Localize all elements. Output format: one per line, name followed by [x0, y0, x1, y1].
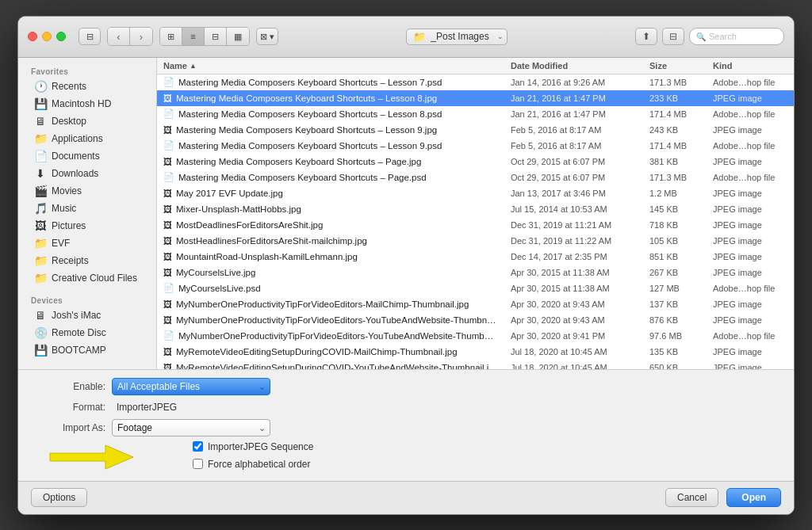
jpeg-sequence-label[interactable]: ImporterJPEG Sequence	[208, 441, 313, 452]
import-as-select[interactable]: Footage	[112, 419, 270, 437]
sidebar-label-receipts: Receipts	[52, 255, 89, 266]
file-name-cell: 📄 Mastering Media Composers Keyboard Sho…	[157, 172, 504, 182]
path-selector[interactable]: 📁 _Post Images ⌄	[406, 29, 507, 45]
new-folder-button[interactable]: ⊟	[662, 28, 684, 45]
file-date-cell: Feb 5, 2016 at 8:17 AM	[504, 125, 643, 135]
sidebar-label-evf: EVF	[52, 238, 70, 249]
file-type-icon: 🖼	[163, 157, 172, 166]
table-row[interactable]: 🖼 MostHeadlinesForEditorsAreShit-mailchi…	[157, 233, 794, 249]
table-row[interactable]: 📄 Mastering Media Composers Keyboard Sho…	[157, 106, 794, 122]
table-row[interactable]: 🖼 MyNumberOneProductivityTipForVideoEdit…	[157, 296, 794, 312]
sidebar-item-movies[interactable]: 🎬 Movies	[21, 182, 153, 200]
file-kind-cell: Adobe…hop file	[707, 284, 794, 293]
maximize-button[interactable]	[56, 32, 66, 41]
file-date-cell: Jan 13, 2017 at 3:46 PM	[504, 189, 643, 198]
file-date-cell: Jul 18, 2020 at 10:45 AM	[504, 363, 643, 369]
table-row[interactable]: 🖼 Mixer-Unsplash-MattHobbs.jpg Jul 15, 2…	[157, 201, 794, 217]
table-row[interactable]: 📄 Mastering Media Composers Keyboard Sho…	[157, 170, 794, 185]
file-header: Name ▲ Date Modified Size Kind	[157, 58, 794, 74]
sort-button[interactable]: ⊠ ▾	[256, 28, 278, 45]
file-date-cell: Apr 30, 2020 at 9:43 AM	[504, 299, 643, 309]
view-cover-button[interactable]: ▦	[227, 28, 249, 45]
forward-button[interactable]: ›	[130, 28, 152, 45]
table-row[interactable]: 📄 MyCourselsLive.psd Apr 30, 2015 at 11:…	[157, 280, 794, 296]
evf-icon: 📁	[34, 237, 47, 250]
sidebar-item-remote-disc[interactable]: 💿 Remote Disc	[21, 324, 153, 341]
music-icon: 🎵	[34, 202, 47, 215]
sidebar-item-downloads[interactable]: ⬇ Downloads	[21, 165, 153, 182]
table-row[interactable]: 🖼 MountaintRoad-Unsplash-KamilLehmann.jp…	[157, 249, 794, 265]
file-size-cell: 718 KB	[643, 220, 707, 230]
file-name-cell: 🖼 MyCourselsLive.jpg	[157, 268, 504, 277]
import-as-select-wrapper[interactable]: Footage	[112, 419, 270, 437]
table-row[interactable]: 🖼 Mastering Media Composers Keyboard Sho…	[157, 154, 794, 170]
sidebar-item-applications[interactable]: 📁 Applications	[21, 130, 153, 147]
file-name-cell: 📄 Mastering Media Composers Keyboard Sho…	[157, 77, 504, 87]
table-row[interactable]: 🖼 May 2017 EVF Update.jpg Jan 13, 2017 a…	[157, 185, 794, 201]
file-name-cell: 🖼 MostHeadlinesForEditorsAreShit-mailchi…	[157, 236, 504, 246]
table-row[interactable]: 🖼 MyCourselsLive.jpg Apr 30, 2015 at 11:…	[157, 265, 794, 280]
sidebar-item-recents[interactable]: 🕐 Recents	[21, 78, 153, 95]
options-button[interactable]: Options	[31, 488, 87, 507]
file-type-icon: 🖼	[163, 252, 172, 261]
table-row[interactable]: 📄 Mastering Media Composers Keyboard Sho…	[157, 74, 794, 90]
table-row[interactable]: 🖼 Mastering Media Composers Keyboard Sho…	[157, 122, 794, 138]
table-row[interactable]: 🖼 MyNumberOneProductivityTipForVideoEdit…	[157, 312, 794, 328]
file-date-cell: Apr 30, 2015 at 11:38 AM	[504, 284, 643, 293]
sidebar-label-applications: Applications	[52, 133, 103, 144]
search-box[interactable]: 🔍 Search	[689, 28, 784, 45]
table-row[interactable]: 📄 Mastering Media Composers Keyboard Sho…	[157, 138, 794, 154]
table-row[interactable]: 🖼 MyRemoteVideoEditingSetupDuringCOVID-Y…	[157, 360, 794, 369]
file-kind-cell: JPEG image	[707, 252, 794, 261]
file-type-icon: 📄	[163, 330, 174, 341]
sidebar-toggle-button[interactable]: ⊟	[79, 28, 101, 45]
name-column-header[interactable]: Name ▲	[157, 61, 504, 71]
sidebar-item-documents[interactable]: 📄 Documents	[21, 147, 153, 165]
sidebar-item-evf[interactable]: 📁 EVF	[21, 234, 153, 252]
file-size-cell: 127 MB	[643, 284, 707, 293]
sidebar-item-pictures[interactable]: 🖼 Pictures	[21, 217, 153, 234]
sidebar-item-joshs-imac[interactable]: 🖥 Josh's iMac	[21, 307, 153, 324]
alphabetical-order-label[interactable]: Force alphabetical order	[208, 459, 310, 470]
minimize-button[interactable]	[42, 32, 52, 41]
sidebar-item-receipts[interactable]: 📁 Receipts	[21, 252, 153, 269]
sidebar-item-macintosh-hd[interactable]: 💾 Macintosh HD	[21, 95, 153, 112]
file-type-icon: 📄	[163, 109, 174, 119]
file-name-cell: 🖼 May 2017 EVF Update.jpg	[157, 189, 504, 198]
file-date-cell: Apr 30, 2020 at 9:41 PM	[504, 331, 643, 341]
view-list-button[interactable]: ≡	[182, 28, 205, 45]
cancel-button[interactable]: Cancel	[665, 488, 718, 507]
enable-row: Enable: All Acceptable Files	[34, 378, 778, 395]
table-row[interactable]: 🖼 MyRemoteVideoEditingSetupDuringCOVID-M…	[157, 344, 794, 360]
recents-icon: 🕐	[34, 80, 47, 93]
file-name-cell: 🖼 Mastering Media Composers Keyboard Sho…	[157, 93, 504, 103]
date-column-header[interactable]: Date Modified	[504, 61, 643, 71]
size-column-header[interactable]: Size	[643, 61, 707, 71]
file-kind-cell: JPEG image	[707, 220, 794, 230]
enable-select[interactable]: All Acceptable Files	[112, 378, 270, 395]
view-icons-button[interactable]: ⊞	[160, 28, 182, 45]
jpeg-sequence-checkbox[interactable]	[193, 441, 203, 452]
open-button[interactable]: Open	[726, 488, 781, 507]
sidebar-item-bootcamp[interactable]: 💾 BOOTCAMP	[21, 341, 153, 359]
sidebar-item-creative-cloud[interactable]: 📁 Creative Cloud Files	[21, 269, 153, 287]
file-kind-cell: JPEG image	[707, 125, 794, 135]
pictures-icon: 🖼	[34, 219, 47, 232]
back-button[interactable]: ‹	[108, 28, 130, 45]
close-button[interactable]	[28, 32, 37, 41]
table-row[interactable]: 🖼 Mastering Media Composers Keyboard Sho…	[157, 90, 794, 106]
sidebar-item-desktop[interactable]: 🖥 Desktop	[21, 112, 153, 130]
folder-icon: 📁	[413, 31, 426, 43]
kind-column-header[interactable]: Kind	[707, 61, 794, 71]
enable-select-wrapper[interactable]: All Acceptable Files	[112, 378, 270, 395]
sidebar-label-remote-disc: Remote Disc	[52, 327, 106, 338]
table-row[interactable]: 📄 MyNumberOneProductivityTipForVideoEdit…	[157, 328, 794, 344]
file-kind-cell: JPEG image	[707, 189, 794, 198]
table-row[interactable]: 🖼 MostDeadlinesForEditorsAreShit.jpg Dec…	[157, 217, 794, 233]
share-button[interactable]: ⬆	[635, 28, 657, 45]
view-columns-button[interactable]: ⊟	[205, 28, 227, 45]
alphabetical-order-checkbox[interactable]	[193, 459, 203, 469]
sidebar-item-music[interactable]: 🎵 Music	[21, 200, 153, 217]
file-size-cell: 1.2 MB	[643, 189, 707, 198]
file-type-icon: 📄	[163, 283, 174, 293]
